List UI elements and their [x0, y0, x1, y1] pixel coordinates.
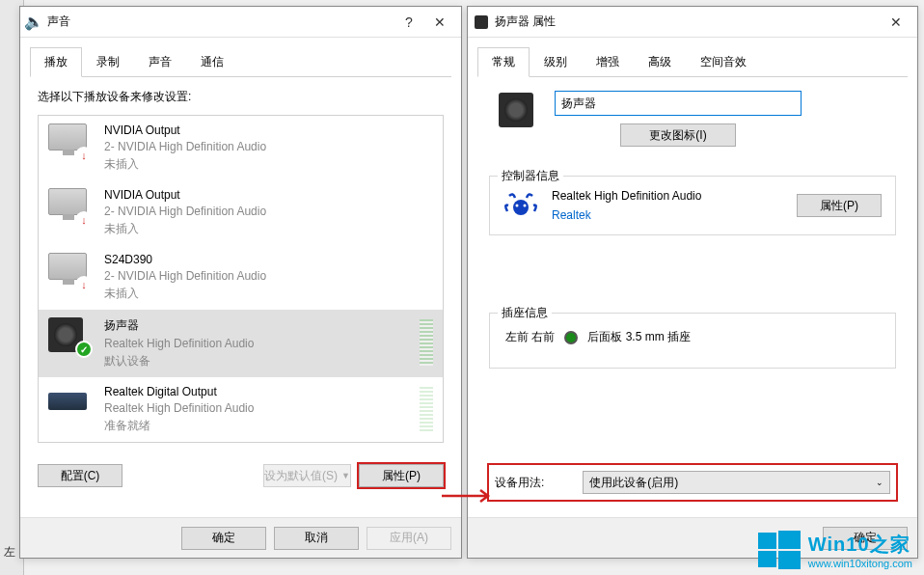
close-button[interactable]: ✕: [424, 9, 455, 36]
tab-advanced[interactable]: 高级: [634, 47, 686, 76]
device-desc: Realtek High Definition Audio: [104, 401, 420, 415]
device-item[interactable]: S24D390 2- NVIDIA High Definition Audio …: [39, 245, 443, 310]
device-usage-select[interactable]: 使用此设备(启用) ⌄: [583, 471, 890, 494]
unplugged-badge-icon: [75, 276, 93, 293]
svg-point-1: [516, 205, 519, 207]
device-status: 默认设备: [104, 353, 420, 370]
device-item[interactable]: NVIDIA Output 2- NVIDIA High Definition …: [39, 116, 443, 180]
tab-enhancements[interactable]: 增强: [582, 47, 634, 76]
controller-legend: 控制器信息: [498, 168, 563, 184]
ok-button[interactable]: 确定: [181, 527, 266, 550]
chevron-down-icon: ⌄: [876, 478, 883, 487]
background-char: 左: [4, 544, 15, 561]
device-item[interactable]: Realtek Digital Output Realtek High Defi…: [39, 377, 443, 442]
device-item[interactable]: NVIDIA Output 2- NVIDIA High Definition …: [39, 180, 443, 245]
level-meter: [420, 319, 433, 366]
device-name-input[interactable]: [555, 91, 802, 116]
digital-out-icon: [48, 393, 87, 410]
jack-color-icon: [564, 331, 578, 344]
device-list: NVIDIA Output 2- NVIDIA High Definition …: [38, 115, 444, 443]
titlebar: 扬声器 属性 ✕: [468, 7, 917, 38]
tab-playback[interactable]: 播放: [30, 47, 82, 77]
titlebar: 🔈 声音 ? ✕: [20, 7, 461, 38]
device-name: NVIDIA Output: [104, 123, 433, 137]
sound-icon: 🔈: [26, 14, 41, 30]
device-desc: 2- NVIDIA High Definition Audio: [104, 269, 433, 283]
watermark-url: www.win10xitong.com: [808, 558, 912, 569]
device-status: 未插入: [104, 221, 433, 237]
controller-vendor-link[interactable]: Realtek: [552, 208, 783, 222]
speaker-properties-dialog: 扬声器 属性 ✕ 常规 级别 增强 高级 空间音效 更改图标(I) 控制器信息: [467, 6, 918, 559]
annotation-arrow-icon: [440, 488, 496, 504]
device-status: 未插入: [104, 156, 433, 173]
tab-general[interactable]: 常规: [477, 47, 530, 77]
tab-row: 常规 级别 增强 高级 空间音效: [477, 47, 908, 77]
chevron-down-icon: ▼: [341, 471, 350, 480]
device-desc: Realtek High Definition Audio: [104, 337, 420, 350]
device-name: NVIDIA Output: [104, 188, 433, 202]
tab-levels[interactable]: 级别: [530, 47, 582, 76]
unplugged-badge-icon: [75, 147, 93, 164]
tab-row: 播放 录制 声音 通信: [30, 47, 451, 77]
properties-button[interactable]: 属性(P): [359, 464, 444, 487]
level-meter: [420, 387, 433, 433]
instruction-label: 选择以下播放设备来修改设置:: [38, 89, 444, 105]
device-name: 扬声器: [104, 317, 420, 334]
watermark-title: Win10之家: [808, 532, 912, 558]
controller-properties-button[interactable]: 属性(P): [797, 194, 882, 217]
realtek-crab-icon: [503, 188, 538, 223]
device-usage-label: 设备用法:: [495, 475, 544, 491]
set-default-button: 设为默认值(S)▼: [263, 464, 351, 487]
device-name: Realtek Digital Output: [104, 385, 420, 398]
device-item[interactable]: 扬声器 Realtek High Definition Audio 默认设备: [39, 310, 443, 377]
tab-recording[interactable]: 录制: [82, 47, 134, 76]
default-badge-icon: [75, 341, 93, 358]
svg-rect-4: [778, 531, 801, 549]
svg-rect-5: [758, 551, 776, 567]
device-desc: 2- NVIDIA High Definition Audio: [104, 205, 433, 218]
tab-sounds[interactable]: 声音: [134, 47, 186, 76]
dialog-title: 扬声器 属性: [495, 14, 881, 30]
controller-fieldset: 控制器信息 Realtek High Definition Audio Real…: [489, 176, 896, 235]
unplugged-badge-icon: [75, 211, 93, 229]
device-status: 准备就绪: [104, 418, 420, 434]
device-usage-row: 设备用法: 使用此设备(启用) ⌄: [489, 465, 896, 500]
device-status: 未插入: [104, 286, 433, 302]
cancel-button[interactable]: 取消: [274, 527, 359, 550]
watermark: Win10之家 www.win10xitong.com: [758, 529, 912, 571]
svg-rect-6: [778, 551, 801, 569]
jack-lr-label: 左前 右前: [505, 329, 555, 345]
jack-legend: 插座信息: [498, 305, 552, 321]
svg-point-0: [513, 200, 529, 215]
speaker-large-icon: [499, 93, 533, 127]
configure-button[interactable]: 配置(C): [38, 464, 122, 487]
apply-button: 应用(A): [367, 527, 451, 550]
svg-rect-3: [758, 533, 776, 549]
close-button[interactable]: ✕: [881, 9, 911, 36]
dialog-title: 声音: [47, 14, 394, 30]
jack-desc: 后面板 3.5 mm 插座: [587, 329, 691, 345]
usage-value: 使用此设备(启用): [589, 475, 678, 491]
sound-dialog: 🔈 声音 ? ✕ 播放 录制 声音 通信 选择以下播放设备来修改设置: NVID…: [19, 6, 462, 559]
svg-point-2: [524, 205, 527, 207]
device-desc: 2- NVIDIA High Definition Audio: [104, 140, 433, 153]
help-button[interactable]: ?: [394, 9, 424, 36]
controller-name: Realtek High Definition Audio: [552, 189, 783, 203]
win10-logo-icon: [758, 529, 801, 571]
speaker-small-icon: [474, 14, 489, 30]
tab-communications[interactable]: 通信: [186, 47, 238, 76]
jack-fieldset: 插座信息 左前 右前 后面板 3.5 mm 插座: [489, 313, 896, 369]
device-name: S24D390: [104, 253, 433, 266]
change-icon-button[interactable]: 更改图标(I): [620, 123, 736, 147]
tab-spatial[interactable]: 空间音效: [686, 47, 761, 76]
